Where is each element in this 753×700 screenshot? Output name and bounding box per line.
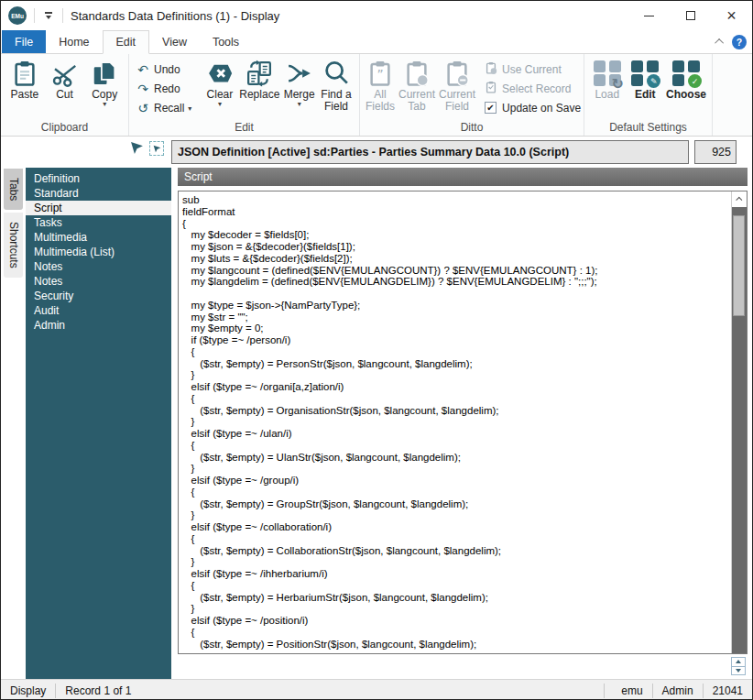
collapse-ribbon-button[interactable] bbox=[710, 30, 730, 53]
search-icon bbox=[322, 58, 350, 89]
group-edit: ↶Undo ↷Redo ↺Recall▾ Clear ▾ Replace Mer… bbox=[129, 54, 360, 136]
scroll-up-icon bbox=[736, 197, 742, 203]
copy-dropdown-icon[interactable]: ▾ bbox=[103, 102, 106, 107]
script-panel-header: Script bbox=[178, 168, 748, 186]
sidebar-item-definition[interactable]: Definition bbox=[26, 171, 171, 186]
status-mode: Display bbox=[1, 684, 55, 698]
update-on-save-toggle[interactable]: ✔ Update on Save bbox=[483, 98, 581, 117]
sidebar-item-security[interactable]: Security bbox=[26, 289, 171, 303]
close-button[interactable]: × bbox=[711, 1, 752, 30]
load-defaults-button[interactable]: ↻ Load bbox=[590, 58, 625, 101]
ribbon-tab-bar: File Home Edit View Tools ? bbox=[1, 30, 752, 54]
rail-tab-shortcuts[interactable]: Shortcuts bbox=[4, 213, 23, 278]
maximize-icon bbox=[686, 11, 695, 20]
minimize-icon bbox=[644, 16, 654, 16]
status-group: Admin bbox=[653, 684, 703, 698]
find-a-field-button[interactable]: Find a Field bbox=[319, 58, 354, 113]
redo-icon: ↷ bbox=[135, 82, 151, 96]
minimize-button[interactable] bbox=[628, 1, 670, 30]
use-current-button[interactable]: Use Current bbox=[483, 60, 581, 79]
rail-tab-tabs[interactable]: Tabs bbox=[4, 169, 23, 210]
select-mode-icon[interactable] bbox=[149, 141, 164, 156]
use-current-icon bbox=[483, 61, 499, 77]
maximize-button[interactable] bbox=[670, 1, 711, 30]
recall-button[interactable]: ↺Recall▾ bbox=[135, 98, 199, 117]
status-session-id: 21041 bbox=[704, 684, 752, 698]
group-label-edit: Edit bbox=[129, 121, 359, 134]
clear-button[interactable]: Clear ▾ bbox=[204, 58, 236, 107]
undo-icon: ↶ bbox=[135, 62, 151, 77]
sidebar-item-standard[interactable]: Standard bbox=[26, 186, 171, 201]
spin-up-icon[interactable] bbox=[732, 658, 745, 667]
edit-defaults-icon: ✎ bbox=[631, 58, 659, 89]
ditto-current-field-button[interactable]: Current Field bbox=[439, 58, 475, 113]
tab-home[interactable]: Home bbox=[46, 30, 102, 53]
script-editor[interactable]: sub fieldFormat { my $decoder = $fields[… bbox=[178, 191, 748, 654]
merge-dropdown-icon[interactable]: ▾ bbox=[298, 102, 301, 107]
sidebar-item-notes[interactable]: Notes bbox=[26, 259, 171, 274]
sidebar-item-notes-2[interactable]: Notes bbox=[26, 274, 171, 289]
copy-icon bbox=[91, 58, 118, 89]
tab-list-sidebar: Definition Standard Script Tasks Multime… bbox=[26, 168, 171, 679]
scroll-up-button[interactable] bbox=[732, 191, 747, 207]
title-bar: EMu Standards Data Definitions (1) - Dis… bbox=[1, 1, 752, 30]
tab-file[interactable]: File bbox=[2, 30, 46, 53]
window-title: Standards Data Definitions (1) - Display bbox=[71, 9, 279, 23]
copy-button[interactable]: Copy ▾ bbox=[86, 58, 123, 107]
paste-icon bbox=[11, 58, 38, 89]
recall-dropdown-icon[interactable]: ▾ bbox=[188, 106, 191, 112]
choose-defaults-button[interactable]: ✓ Choose bbox=[666, 58, 706, 101]
replace-button[interactable]: Replace bbox=[239, 58, 279, 101]
ditto-current-field-icon bbox=[443, 58, 471, 89]
scrollbar-thumb[interactable] bbox=[733, 215, 745, 316]
select-record-button[interactable]: Select Record bbox=[483, 79, 581, 98]
tab-edit[interactable]: Edit bbox=[103, 30, 150, 54]
ditto-all-fields-button[interactable]: ” All Fields bbox=[366, 58, 395, 113]
spin-down-icon[interactable] bbox=[732, 667, 745, 675]
select-record-icon bbox=[483, 81, 499, 96]
clear-dropdown-icon[interactable]: ▾ bbox=[218, 102, 222, 107]
checkbox-checked-icon[interactable]: ✔ bbox=[485, 102, 497, 114]
emu-logo-icon[interactable]: EMu bbox=[8, 6, 27, 25]
vertical-scrollbar[interactable] bbox=[731, 191, 747, 653]
app-window: EMu Standards Data Definitions (1) - Dis… bbox=[0, 0, 753, 700]
pointer-tool-icon[interactable] bbox=[130, 141, 144, 159]
status-record-count: Record 1 of 1 bbox=[56, 684, 140, 698]
sidebar-item-multimedia[interactable]: Multimedia bbox=[26, 230, 171, 245]
sidebar-item-audit[interactable]: Audit bbox=[26, 303, 171, 318]
status-bar: Display Record 1 of 1 emu Admin 21041 bbox=[1, 679, 752, 700]
line-spinner[interactable] bbox=[731, 657, 746, 675]
undo-button[interactable]: ↶Undo bbox=[135, 60, 199, 79]
sidebar-item-tasks[interactable]: Tasks bbox=[26, 215, 171, 230]
sidebar-item-multimedia-list[interactable]: Multimedia (List) bbox=[26, 245, 171, 259]
help-button[interactable]: ? bbox=[732, 35, 747, 49]
script-panel: Script sub fieldFormat { my $decoder = $… bbox=[178, 168, 748, 679]
ditto-all-fields-icon: ” bbox=[366, 58, 394, 89]
group-label-clipboard: Clipboard bbox=[1, 121, 128, 134]
svg-text:”: ” bbox=[376, 67, 383, 82]
paste-button[interactable]: Paste bbox=[6, 58, 43, 101]
side-rail: Tabs Shortcuts bbox=[4, 169, 24, 280]
editor-footer-strip bbox=[178, 656, 748, 676]
edit-defaults-button[interactable]: ✎ Edit bbox=[628, 58, 663, 101]
titlebar-divider bbox=[62, 8, 63, 23]
clear-icon bbox=[206, 58, 234, 89]
quick-access-dropdown-icon[interactable] bbox=[42, 12, 55, 19]
recall-icon: ↺ bbox=[135, 101, 151, 115]
record-title-bar: JSON Definition [Active] sd:Parties - Pa… bbox=[171, 140, 689, 164]
script-code[interactable]: sub fieldFormat { my $decoder = $fields[… bbox=[179, 191, 731, 653]
group-label-ditto: Ditto bbox=[360, 121, 584, 134]
replace-icon bbox=[246, 58, 273, 89]
ditto-current-tab-button[interactable]: Current Tab bbox=[398, 58, 435, 113]
ditto-current-tab-icon bbox=[403, 58, 431, 89]
redo-button[interactable]: ↷Redo bbox=[135, 79, 199, 98]
group-default-settings: ↻ Load ✎ Edit ✓ Choose Default Settings bbox=[584, 54, 713, 136]
cut-button[interactable]: Cut bbox=[47, 58, 83, 101]
sidebar-item-admin[interactable]: Admin bbox=[26, 318, 171, 333]
status-user: emu bbox=[605, 684, 652, 698]
merge-button[interactable]: Merge ▾ bbox=[283, 58, 315, 107]
sidebar-item-script[interactable]: Script bbox=[26, 201, 171, 215]
tab-tools[interactable]: Tools bbox=[200, 30, 252, 53]
record-value-field[interactable]: 925 bbox=[694, 140, 737, 164]
tab-view[interactable]: View bbox=[149, 30, 200, 53]
